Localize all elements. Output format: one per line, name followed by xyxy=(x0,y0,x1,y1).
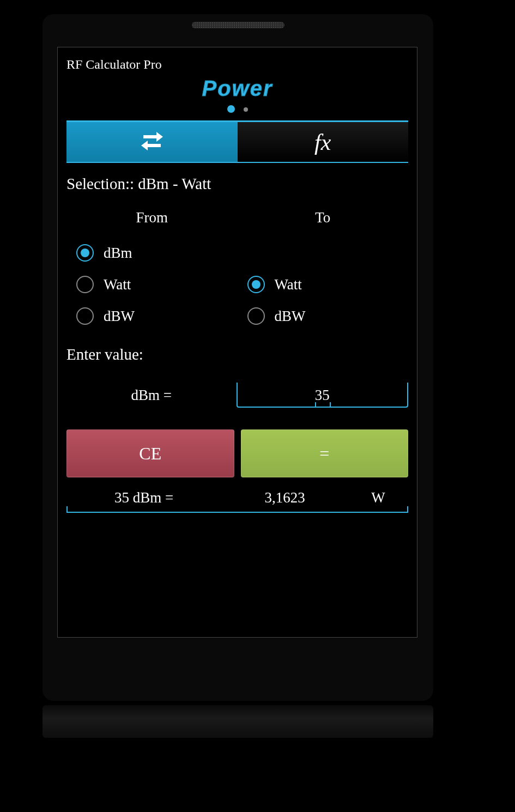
value-input[interactable]: 35 xyxy=(237,383,409,408)
phone-frame: RF Calculator Pro Power fx Selection:: d… xyxy=(43,14,433,701)
input-unit-label: dBm = xyxy=(66,387,237,404)
tab-bar: fx xyxy=(66,120,408,163)
enter-value-label: Enter value: xyxy=(66,346,408,363)
radio-label: Watt xyxy=(104,276,131,293)
swap-horizontal-icon xyxy=(139,129,165,155)
radio-icon xyxy=(247,276,265,293)
page-title: Power xyxy=(66,76,408,101)
page-indicator xyxy=(66,105,408,115)
equals-button[interactable]: = xyxy=(241,429,409,477)
result-label: 35 dBm = xyxy=(66,489,221,506)
page-dot-active xyxy=(227,105,235,113)
from-radio-dbm[interactable]: dBm xyxy=(76,237,238,269)
to-column: Watt dBW xyxy=(238,237,409,332)
radio-icon xyxy=(76,307,94,325)
result-unit: W xyxy=(348,489,408,506)
radio-label: Watt xyxy=(275,276,302,293)
page-dot-inactive xyxy=(244,107,248,112)
radio-columns: dBm Watt dBW Watt dBW xyxy=(66,237,408,332)
radio-label: dBW xyxy=(104,308,135,325)
to-header: To xyxy=(238,209,409,226)
radio-icon xyxy=(76,276,94,293)
clear-button[interactable]: CE xyxy=(66,429,234,477)
selection-label: Selection:: dBm - Watt xyxy=(66,175,408,193)
radio-headers: From To xyxy=(66,209,408,226)
bottom-nav-bar xyxy=(43,705,433,738)
button-row: CE = xyxy=(66,429,408,477)
result-value: 3,1623 xyxy=(221,489,348,506)
phone-speaker xyxy=(192,22,284,28)
tab-formula[interactable]: fx xyxy=(238,122,409,162)
to-radio-dbw[interactable]: dBW xyxy=(247,300,409,332)
app-title: RF Calculator Pro xyxy=(66,57,408,72)
from-column: dBm Watt dBW xyxy=(66,237,238,332)
fx-icon: fx xyxy=(314,129,331,155)
tab-convert[interactable] xyxy=(66,122,238,162)
radio-icon xyxy=(76,244,94,262)
radio-label: dBm xyxy=(104,245,132,262)
radio-icon xyxy=(247,307,265,325)
to-radio-spacer xyxy=(247,237,409,269)
from-radio-dbw[interactable]: dBW xyxy=(76,300,238,332)
result-row: 35 dBm = 3,1623 W xyxy=(66,489,408,513)
radio-label: dBW xyxy=(275,308,306,325)
to-radio-watt[interactable]: Watt xyxy=(247,269,409,300)
input-row: dBm = 35 xyxy=(66,383,408,408)
from-header: From xyxy=(66,209,238,226)
from-radio-watt[interactable]: Watt xyxy=(76,269,238,300)
app-screen: RF Calculator Pro Power fx Selection:: d… xyxy=(57,47,417,638)
